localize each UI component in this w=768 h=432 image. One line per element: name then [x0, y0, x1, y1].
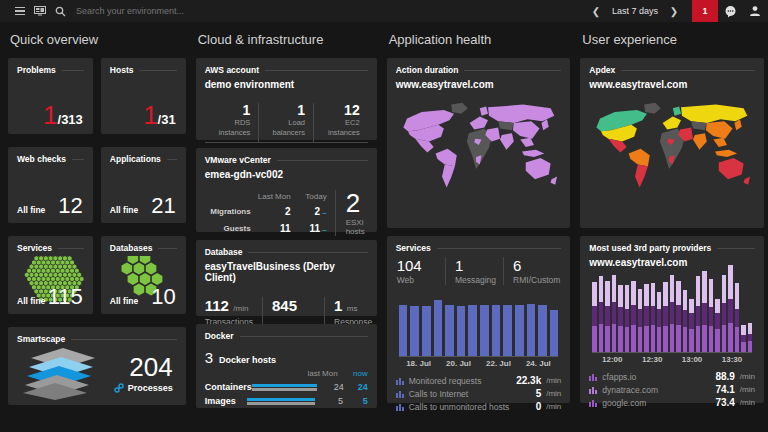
services-chart-x-axis: 18. Jul20. Jul22. Jul24. Jul	[399, 356, 559, 368]
services-tile[interactable]: Services All fine115	[8, 236, 93, 314]
column-header-last-mon: last Mon	[304, 369, 338, 378]
aws-account-tile[interactable]: AWS account demo environment 1 RDS insta…	[196, 58, 377, 140]
column-title-user-experience: User experience	[582, 32, 764, 50]
time-range-selector[interactable]: Last 7 days	[604, 6, 666, 16]
chevron-right-icon[interactable]: ❯	[666, 6, 682, 17]
list-item-calls-unmonitored[interactable]: Calls to unmonitored hosts 0/min	[396, 400, 562, 413]
cloud-infrastructure-column: Cloud & infrastructure AWS account demo …	[196, 30, 377, 416]
list-item-google[interactable]: google.com 73.4/min	[589, 396, 755, 409]
problems-open-count: 1	[43, 102, 57, 128]
chat-icon[interactable]	[718, 0, 742, 22]
dashboard: Quick overview Problems 1/313 Hosts 1/31…	[0, 22, 768, 416]
third-party-providers-tile[interactable]: Most used 3rd party providers www.easytr…	[580, 236, 764, 403]
status-label: All fine	[110, 296, 138, 306]
providers-chart-x-axis: 12:0012:3013:0013:30	[592, 352, 752, 364]
application-name: www.easytravel.com	[396, 79, 562, 90]
problems-total: /313	[58, 112, 83, 127]
map-region-india	[500, 133, 514, 150]
action-duration-tile[interactable]: Action duration www.easytravel.com	[387, 58, 571, 228]
map-region-china	[513, 121, 540, 138]
map-region-south-america-north	[629, 149, 650, 166]
web-checks-count: 12	[58, 195, 82, 217]
services-stat-rmi: 6 RMI/Custom	[503, 257, 561, 285]
map-region-south-america-south	[635, 164, 648, 187]
apdex-tile[interactable]: Apdex www.easytravel.com	[580, 58, 764, 228]
column-title-app-health: Application health	[389, 32, 571, 50]
map-region-indonesia	[715, 150, 737, 157]
list-item-dynatrace[interactable]: dynatrace.com 74.1/min	[589, 383, 755, 396]
map-region-scandinavia	[479, 106, 487, 115]
map-region-new-zealand	[744, 176, 750, 184]
databases-tile[interactable]: Databases All fine10	[101, 236, 186, 314]
mini-bar-chart-icon	[589, 399, 597, 407]
column-header-now: now	[338, 369, 368, 378]
mini-bar-chart-icon	[396, 390, 404, 398]
applications-count: 21	[151, 195, 175, 217]
list-item-calls-internet[interactable]: Calls to Internet 5/min	[396, 387, 562, 400]
user-icon[interactable]	[742, 0, 768, 22]
tile-title: AWS account	[205, 65, 259, 75]
column-title-cloud: Cloud & infrastructure	[198, 32, 377, 50]
problems-notification-badge[interactable]: 1	[692, 0, 718, 22]
search-icon[interactable]	[50, 0, 70, 22]
docker-hosts-label: Docker hosts	[219, 355, 276, 365]
menu-icon[interactable]	[10, 0, 30, 22]
database-name: easyTravelBusiness (Derby Client)	[205, 261, 368, 283]
list-item-monitored-requests[interactable]: Monitored requests 22.3k/min	[396, 374, 562, 387]
smartscape-layers-icon	[17, 346, 103, 400]
processes-count: 204	[114, 353, 173, 382]
smartscape-tile[interactable]: Smartscape 204 Processes	[8, 327, 186, 405]
status-label: All fine	[17, 205, 45, 215]
apdex-world-map	[589, 100, 755, 192]
services-stat-web: 104 Web	[396, 257, 445, 285]
list-item-cfapps[interactable]: cfapps.io 88.9/min	[589, 370, 755, 383]
map-region-new-zealand	[550, 176, 556, 184]
docker-row-containers: Containers 24 24	[205, 382, 368, 392]
map-region-south-america-south	[442, 164, 455, 187]
aws-environment-name: demo environment	[205, 79, 368, 90]
services-count: 115	[48, 286, 83, 308]
mini-bar-chart-icon	[396, 377, 404, 385]
web-checks-tile[interactable]: Web checks All fine12	[8, 147, 93, 223]
trend-flat-icon: –	[322, 225, 326, 234]
mini-bar-chart-icon	[589, 373, 597, 381]
column-header-last-mon: Last Mon	[255, 192, 295, 201]
tile-title: Hosts	[110, 65, 134, 75]
search-input[interactable]	[74, 5, 374, 17]
tile-title: Smartscape	[17, 334, 65, 344]
user-experience-column: User experience Apdex www.easytravel.com	[580, 30, 764, 416]
map-region-mexico	[609, 139, 627, 153]
vcenter-name: emea-gdn-vc002	[205, 169, 368, 180]
map-region-greenland	[645, 103, 662, 114]
tile-title: Database	[205, 247, 243, 257]
vmware-table: Last Mon Today Migrations 2 2 – Guests 1…	[205, 190, 331, 236]
status-label: All fine	[17, 296, 45, 306]
tile-title: Databases	[110, 243, 153, 253]
mini-bar-chart-icon	[396, 403, 404, 411]
processes-label: Processes	[128, 383, 173, 393]
chevron-left-icon[interactable]: ❮	[588, 6, 604, 17]
services-health-tile[interactable]: Services 104 Web 1 Messaging 6 RMI/Custo…	[387, 236, 571, 403]
status-label: All fine	[110, 205, 138, 215]
tile-title: VMware vCenter	[205, 155, 271, 165]
aws-stat-ec2: 12 EC2 instances	[313, 103, 368, 143]
problems-tile[interactable]: Problems 1/313	[8, 58, 93, 134]
containers-bar	[252, 384, 317, 391]
column-header-today: Today	[295, 192, 331, 201]
vmware-vcenter-tile[interactable]: VMware vCenter emea-gdn-vc002 Last Mon T…	[196, 148, 377, 232]
providers-list: cfapps.io 88.9/min dynatrace.com 74.1/mi…	[589, 370, 755, 409]
database-tile[interactable]: Database easyTravelBusiness (Derby Clien…	[196, 240, 377, 316]
dashboard-icon[interactable]	[30, 0, 50, 22]
applications-tile[interactable]: Applications All fine21	[101, 147, 186, 223]
map-region-australia	[525, 158, 550, 179]
map-region-russia	[488, 105, 554, 123]
topbar: ❮ Last 7 days ❯ 1	[0, 0, 768, 22]
tile-title: Docker	[205, 331, 234, 341]
tile-title: Services	[17, 243, 52, 253]
tile-title: Web checks	[17, 154, 66, 164]
services-metrics-list: Monitored requests 22.3k/min Calls to In…	[396, 374, 562, 413]
map-region-greenland	[451, 103, 468, 114]
hosts-tile[interactable]: Hosts 1/31	[101, 58, 186, 134]
column-title-quick-overview: Quick overview	[10, 32, 186, 50]
docker-tile[interactable]: Docker 3 Docker hosts last Mon now Conta…	[196, 324, 377, 408]
